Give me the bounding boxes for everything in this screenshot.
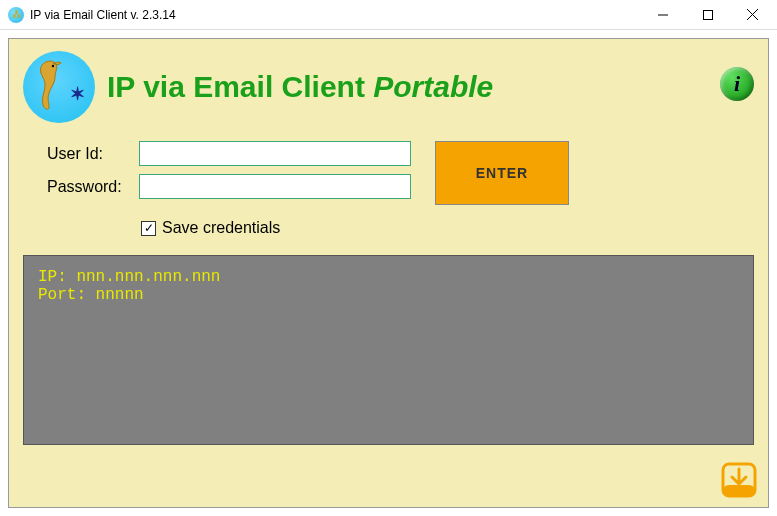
- app-logo: ✶: [23, 51, 95, 123]
- client-area: ✶ IP via Email Client Portable i User Id…: [0, 30, 777, 516]
- main-panel: ✶ IP via Email Client Portable i User Id…: [8, 38, 769, 508]
- star-icon: ✶: [70, 83, 85, 105]
- titlebar: ⁂ IP via Email Client v. 2.3.14: [0, 0, 777, 30]
- save-credentials-row: ✓ Save credentials: [141, 219, 754, 237]
- svg-rect-6: [723, 485, 755, 496]
- seahorse-icon: [33, 57, 69, 115]
- output-console: IP: nnn.nnn.nnn.nnn Port: nnnnn: [23, 255, 754, 445]
- svg-rect-1: [703, 10, 712, 19]
- info-icon[interactable]: i: [720, 67, 754, 101]
- console-line-ip: IP: nnn.nnn.nnn.nnn: [38, 268, 220, 286]
- download-icon[interactable]: [720, 461, 758, 499]
- minimize-button[interactable]: [640, 1, 685, 29]
- password-label: Password:: [47, 178, 139, 196]
- svg-point-4: [52, 65, 54, 67]
- maximize-button[interactable]: [685, 1, 730, 29]
- save-credentials-label: Save credentials: [162, 219, 280, 237]
- console-line-port: Port: nnnnn: [38, 286, 144, 304]
- user-id-input[interactable]: [139, 141, 411, 166]
- app-icon-small: ⁂: [8, 7, 24, 23]
- enter-button[interactable]: ENTER: [435, 141, 569, 205]
- login-form: User Id: Password: ENTER: [47, 141, 754, 205]
- app-title: IP via Email Client Portable: [107, 70, 493, 104]
- header: ✶ IP via Email Client Portable: [23, 51, 754, 123]
- user-id-label: User Id:: [47, 145, 139, 163]
- save-credentials-checkbox[interactable]: ✓: [141, 221, 156, 236]
- window-controls: [640, 1, 775, 29]
- close-button[interactable]: [730, 1, 775, 29]
- app-variant: Portable: [373, 70, 493, 103]
- password-input[interactable]: [139, 174, 411, 199]
- window-title: IP via Email Client v. 2.3.14: [30, 8, 640, 22]
- app-name: IP via Email Client: [107, 70, 365, 103]
